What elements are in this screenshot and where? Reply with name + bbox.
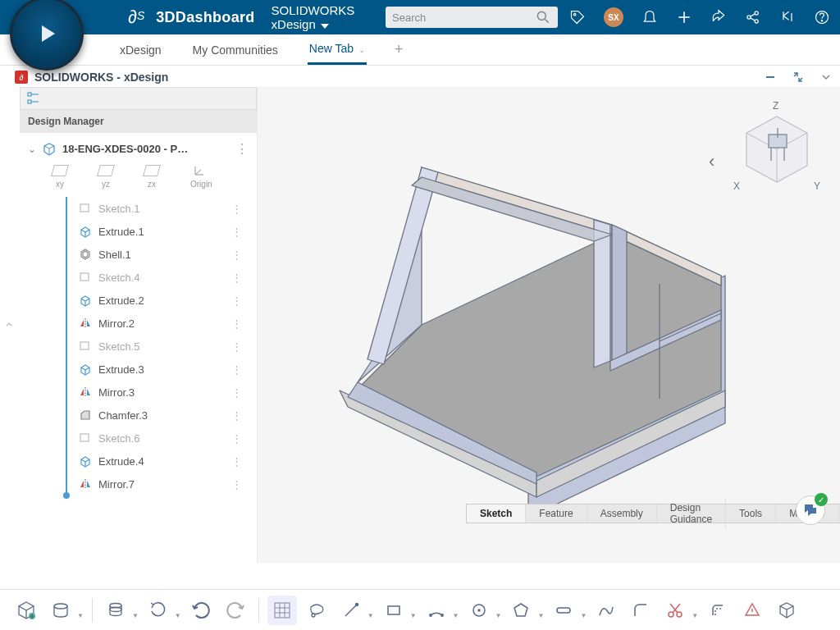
plus-icon[interactable]: [676, 9, 692, 25]
model-render[interactable]: [307, 153, 766, 555]
tab-newtab[interactable]: New Tab⌄: [308, 34, 367, 65]
database-button[interactable]: [101, 596, 130, 625]
offset-button[interactable]: [703, 596, 733, 625]
svg-point-50: [110, 603, 121, 607]
feature-row[interactable]: Mirror.7⋮: [59, 472, 253, 495]
more-icon[interactable]: ⋮: [231, 317, 249, 330]
feature-row[interactable]: Shell.1⋮: [59, 243, 253, 266]
search-input[interactable]: [392, 11, 535, 24]
more-icon[interactable]: ⋮: [231, 363, 249, 376]
more-icon[interactable]: ⋮: [231, 409, 249, 422]
feature-row[interactable]: Mirror.2⋮: [59, 312, 253, 335]
feature-row[interactable]: Sketch.6⋮: [59, 427, 253, 450]
save-button[interactable]: [46, 596, 75, 625]
circle-button[interactable]: [464, 596, 494, 625]
collab-icon[interactable]: [779, 9, 796, 25]
feature-row[interactable]: Extrude.4⋮: [59, 450, 253, 472]
share-nodes-icon[interactable]: [745, 9, 761, 25]
fullscreen-icon[interactable]: [792, 71, 804, 83]
plane-xy[interactable]: xy: [52, 165, 67, 189]
more-icon[interactable]: ⋮: [231, 478, 249, 491]
more-icon[interactable]: ⋮: [231, 203, 249, 215]
share-arrow-icon[interactable]: [710, 9, 727, 25]
chevron-down-icon[interactable]: ⌄: [28, 144, 36, 155]
left-gutter[interactable]: ‹: [0, 87, 20, 563]
add-tab-button[interactable]: +: [395, 41, 404, 58]
feature-row[interactable]: Extrude.1⋮: [59, 220, 253, 243]
chevron-down-icon[interactable]: ⌄: [358, 45, 365, 54]
origin[interactable]: Origin: [190, 165, 212, 189]
panel-toolbar[interactable]: [20, 87, 257, 110]
svg-rect-21: [80, 273, 89, 281]
cube-view-button[interactable]: [772, 596, 801, 625]
plane-yz[interactable]: yz: [98, 165, 113, 189]
dashboard-tabstrip: xDesign My Communities New Tab⌄ +: [0, 34, 840, 66]
feature-name: Sketch.6: [98, 432, 140, 445]
cmd-tab-feature[interactable]: Feature: [526, 504, 587, 523]
more-icon[interactable]: ⋮: [231, 272, 249, 284]
help-icon[interactable]: [814, 9, 830, 25]
tree-root[interactable]: ⌄ 18-ENG-XDES-0020 - P… ⋮: [23, 138, 253, 160]
feature-name: Mirror.7: [98, 478, 135, 491]
feature-row[interactable]: Chamfer.3⋮: [59, 404, 253, 427]
more-icon[interactable]: ⋮: [231, 455, 249, 468]
more-icon[interactable]: ⋮: [235, 141, 249, 157]
cmd-tab-guidance[interactable]: Design Guidance: [657, 499, 726, 528]
constraint-button[interactable]: [737, 596, 767, 625]
viewport-3d[interactable]: ↖ ‹ Z X Y: [258, 87, 840, 563]
feature-row[interactable]: Sketch.1⋮: [59, 197, 253, 220]
feature-name: Mirror.3: [98, 386, 135, 399]
more-icon[interactable]: ⋮: [231, 226, 249, 238]
compass-widget[interactable]: [10, 0, 84, 71]
more-icon[interactable]: ⋮: [231, 432, 249, 445]
new-part-button[interactable]: +: [11, 596, 41, 625]
plane-zx[interactable]: zx: [144, 165, 159, 189]
feature-name: Sketch.1: [98, 203, 140, 215]
polygon-button[interactable]: [506, 596, 536, 625]
command-tabstrip: Sketch Feature Assembly Design Guidance …: [466, 504, 840, 523]
spline-button[interactable]: [591, 596, 621, 625]
notification-icon[interactable]: [641, 9, 658, 25]
feature-row[interactable]: Mirror.3⋮: [59, 381, 253, 404]
chevron-down-icon[interactable]: [820, 71, 832, 83]
search-icon[interactable]: [535, 9, 551, 25]
slot-button[interactable]: [549, 596, 578, 625]
rectangle-button[interactable]: [379, 596, 409, 625]
svg-point-5: [747, 16, 751, 19]
minimize-icon[interactable]: [765, 71, 776, 83]
line-button[interactable]: [336, 596, 366, 625]
svg-point-51: [110, 607, 121, 611]
undo-button[interactable]: [186, 596, 216, 625]
avatar[interactable]: SX: [604, 7, 623, 27]
refresh-button[interactable]: [144, 596, 173, 625]
redo-button[interactable]: [221, 596, 250, 625]
more-icon[interactable]: ⋮: [231, 249, 249, 261]
trim-button[interactable]: [660, 596, 690, 625]
cmd-tab-sketch[interactable]: Sketch: [467, 504, 526, 523]
feature-row[interactable]: Sketch.5⋮: [59, 335, 253, 358]
lasso-button[interactable]: [302, 596, 331, 625]
chat-fab[interactable]: ✓: [796, 495, 825, 525]
svg-line-58: [345, 605, 357, 616]
mirror-icon: [79, 477, 92, 491]
more-icon[interactable]: ⋮: [231, 340, 249, 353]
feature-row[interactable]: Extrude.2⋮: [59, 289, 253, 312]
cmd-tab-tools[interactable]: Tools: [726, 504, 776, 523]
search-box[interactable]: [386, 7, 558, 28]
svg-point-6: [755, 11, 758, 15]
cmd-tab-assembly[interactable]: Assembly: [587, 504, 657, 523]
grid-button[interactable]: [267, 596, 297, 625]
tree-view-icon[interactable]: [27, 92, 40, 105]
tab-communities[interactable]: My Communities: [191, 36, 280, 64]
feature-row[interactable]: Extrude.3⋮: [59, 358, 253, 381]
arc-button[interactable]: [422, 596, 451, 625]
tag-icon[interactable]: [569, 9, 586, 25]
product-name[interactable]: SOLIDWORKS xDesign: [272, 3, 366, 31]
more-icon[interactable]: ⋮: [231, 294, 249, 307]
tab-xdesign[interactable]: xDesign: [118, 36, 163, 64]
more-icon[interactable]: ⋮: [231, 386, 249, 399]
feature-row[interactable]: Sketch.4⋮: [59, 266, 253, 289]
svg-rect-60: [388, 606, 399, 614]
fillet-button[interactable]: [626, 596, 655, 625]
main-area: ‹ Design Manager ⌄ 18-ENG-XDES-0020 - P……: [0, 87, 840, 563]
